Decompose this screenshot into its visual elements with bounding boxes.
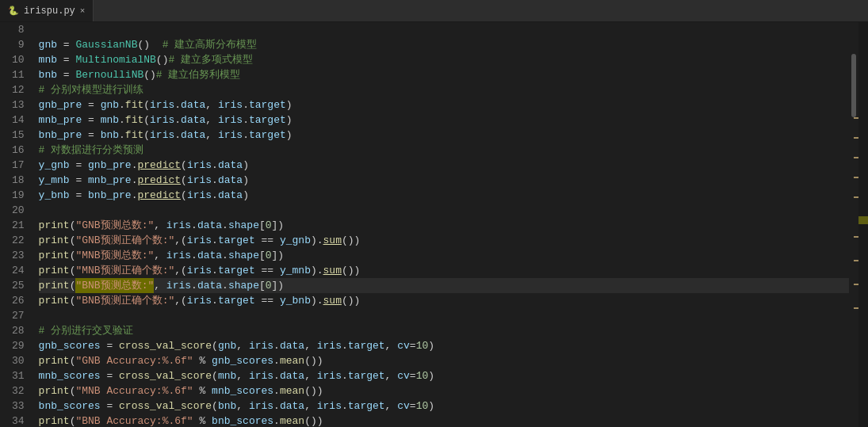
line-num-10: 10 — [12, 52, 25, 67]
code-line-29: gnb_scores = cross_val_score ( gnb , iri… — [39, 338, 849, 353]
line-num-23: 23 — [12, 248, 25, 263]
tab-close-button[interactable]: × — [80, 6, 86, 16]
scrollbar-track[interactable] — [849, 22, 858, 427]
line-num-28: 28 — [12, 323, 25, 338]
scrollbar-thumb[interactable] — [851, 54, 856, 117]
line-num-17: 17 — [12, 158, 25, 173]
code-line-28: # 分别进行交叉验证 — [39, 323, 849, 338]
line-num-19: 19 — [12, 188, 25, 203]
code-line-33: bnb_scores = cross_val_score ( bnb , iri… — [39, 398, 849, 414]
code-line-23: print ( "MNB预测总数:" , iris . data . shape… — [39, 248, 849, 263]
code-line-25: print ( "BNB预测总数:" , iris . data . shape… — [39, 278, 849, 293]
code-line-10: mnb = MultinomialNB () # 建立多项式模型 — [39, 52, 849, 67]
line-num-31: 31 — [12, 368, 25, 383]
line-num-13: 13 — [12, 97, 25, 112]
code-line-19: y_bnb = bnb_pre . predict ( iris . data … — [39, 188, 849, 203]
line-num-20: 20 — [12, 203, 25, 218]
code-line-21: print ( "GNB预测总数:" , iris . data . shape… — [39, 218, 849, 233]
line-num-9: 9 — [12, 37, 25, 52]
code-line-16: # 对数据进行分类预测 — [39, 143, 849, 158]
code-line-17: y_gnb = gnb_pre . predict ( iris . data … — [39, 158, 849, 173]
code-line-22: print ( "GNB预测正确个数:" ,( iris . target ==… — [39, 233, 849, 248]
line-num-32: 32 — [12, 383, 25, 398]
line-num-26: 26 — [12, 293, 25, 308]
line-num-18: 18 — [12, 173, 25, 188]
line-num-25: 25 — [12, 278, 25, 293]
code-line-27 — [39, 308, 849, 323]
code-line-32: print ( "MNB Accuracy:%.6f" % mnb_scores… — [39, 383, 849, 398]
python-icon: 🐍 — [8, 6, 19, 16]
minimap-highlight — [858, 216, 868, 224]
code-line-12: # 分别对模型进行训练 — [39, 82, 849, 97]
code-line-14: mnb_pre = mnb . fit ( iris . data , iris… — [39, 112, 849, 128]
code-line-8 — [39, 22, 849, 37]
line-num-30: 30 — [12, 353, 25, 368]
line-num-8: 8 — [12, 22, 25, 37]
tab-bar: 🐍 irispu.py × — [0, 0, 868, 22]
editor-container: 🐍 irispu.py × 8 9 10 11 12 13 14 15 16 1… — [0, 0, 868, 427]
line-num-22: 22 — [12, 233, 25, 248]
line-num-16: 16 — [12, 143, 25, 158]
code-line-26: print ( "BNB预测正确个数:" ,( iris . target ==… — [39, 293, 849, 308]
code-line-18: y_mnb = mnb_pre . predict ( iris . data … — [39, 173, 849, 188]
code-line-15: bnb_pre = bnb . fit ( iris . data , iris… — [39, 128, 849, 143]
code-line-34: print ( "BNB Accuracy:%.6f" % bnb_scores… — [39, 414, 849, 427]
tab-irispu[interactable]: 🐍 irispu.py × — [0, 0, 94, 21]
tab-filename: irispu.py — [24, 6, 75, 17]
line-num-29: 29 — [12, 338, 25, 353]
minimap[interactable] — [858, 22, 868, 427]
code-line-9: gnb = GaussianNB () # 建立高斯分布模型 — [39, 37, 849, 52]
line-num-11: 11 — [12, 67, 25, 82]
code-line-20 — [39, 203, 849, 218]
line-numbers: 8 9 10 11 12 13 14 15 16 17 18 19 20 21 … — [0, 22, 33, 427]
code-area[interactable]: gnb = GaussianNB () # 建立高斯分布模型 mnb = Mul… — [33, 22, 849, 427]
line-num-14: 14 — [12, 112, 25, 128]
code-line-24: print ( "MNB预测正确个数:" ,( iris . target ==… — [39, 263, 849, 278]
editor-body: 8 9 10 11 12 13 14 15 16 17 18 19 20 21 … — [0, 22, 868, 427]
line-num-15: 15 — [12, 128, 25, 143]
line-num-33: 33 — [12, 398, 25, 414]
line-num-24: 24 — [12, 263, 25, 278]
line-num-34: 34 — [12, 414, 25, 427]
code-line-30: print ( "GNB Accuracy:%.6f" % gnb_scores… — [39, 353, 849, 368]
line-num-21: 21 — [12, 218, 25, 233]
code-line-13: gnb_pre = gnb . fit ( iris . data , iris… — [39, 97, 849, 112]
line-num-12: 12 — [12, 82, 25, 97]
line-num-27: 27 — [12, 308, 25, 323]
code-line-11: bnb = BernoulliNB () # 建立伯努利模型 — [39, 67, 849, 82]
code-line-31: mnb_scores = cross_val_score ( mnb , iri… — [39, 368, 849, 383]
